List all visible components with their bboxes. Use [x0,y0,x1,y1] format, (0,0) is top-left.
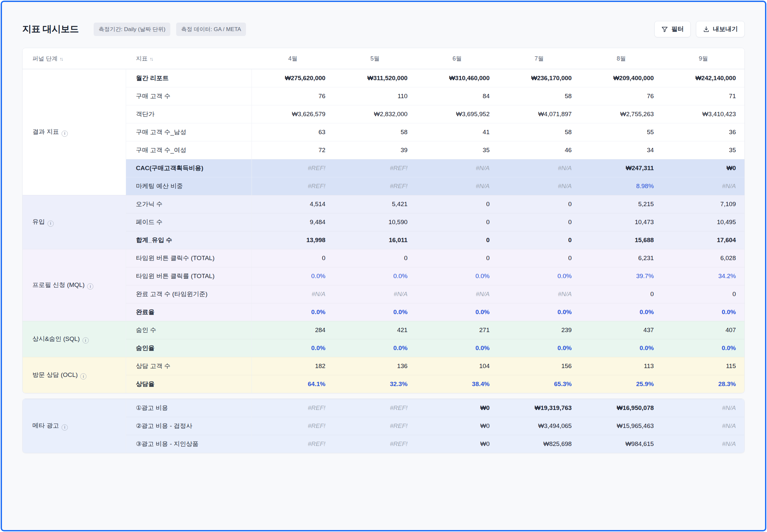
table-row: ②광고 비용 - 검정사#REF!#REF!₩0₩3,494,065₩15,96… [23,417,744,435]
value-cell: 6,028 [662,249,744,267]
table-row: 방문 상담 (OCL)i상담 고객 수182136104156113115 [23,357,744,375]
value-cell: #REF! [334,417,416,435]
value-cell: 36 [662,123,744,141]
funnel-stage-label: 프로필 신청 (MQL) [32,281,84,288]
value-cell: 0.0% [334,303,416,321]
value-cell: 10,495 [662,213,744,231]
metric-name: ③광고 비용 - 지인상품 [126,435,252,453]
value-cell: 15,688 [580,231,663,249]
value-cell: 5,421 [334,195,416,213]
funnel-stage-label: 메타 광고 [32,422,59,429]
table-row: 프로필 신청 (MQL)i타임윈 버튼 클릭수 (TOTAL)00006,231… [23,249,744,267]
value-cell: 0.0% [334,339,416,357]
metric-name: 상담 고객 수 [126,357,252,375]
value-cell: 0.0% [498,303,580,321]
column-header-funnel[interactable]: 퍼널 단계↑↓ [23,48,126,69]
info-icon[interactable]: i [80,373,86,380]
value-cell: 0 [498,213,580,231]
value-cell: 17,604 [662,231,744,249]
metric-name: ①광고 비용 [126,399,252,417]
metrics-table-card: 퍼널 단계↑↓ 지표↑↓ 4월5월6월7월8월9월 결과 지표i월간 리포트₩2… [22,48,745,393]
metric-name: 오가닉 수 [126,195,252,213]
value-cell: 46 [498,141,580,159]
table-row: 구매 고객 수7611084587671 [23,87,744,105]
value-cell: 10,590 [334,213,416,231]
value-cell: ₩3,695,952 [416,105,498,123]
info-icon[interactable]: i [82,337,89,344]
value-cell: 0.0% [252,303,334,321]
metric-name: CAC(구매고객획득비용) [126,159,252,177]
table-header-row: 퍼널 단계↑↓ 지표↑↓ 4월5월6월7월8월9월 [23,48,744,69]
funnel-stage-label: 유입 [32,218,45,225]
funnel-section: 유입i오가닉 수4,5145,421005,2157,109페이드 수9,484… [23,195,744,249]
value-cell: 25.9% [580,375,663,393]
sort-icon[interactable]: ↑↓ [60,56,62,62]
metric-name: 상담율 [126,375,252,393]
value-cell: #N/A [662,435,744,453]
value-cell: 271 [416,321,498,339]
table-row: 상시&숨인 (SQL)i숨인 수284421271239437407 [23,321,744,339]
value-cell: 0 [416,195,498,213]
value-cell: 76 [580,87,663,105]
metric-name: ②광고 비용 - 검정사 [126,417,252,435]
value-cell: ₩0 [416,399,498,417]
value-cell: 55 [580,123,663,141]
page-title: 지표 대시보드 [22,23,79,35]
funnel-stage-label: 결과 지표 [32,128,59,135]
value-cell: 0.0% [252,339,334,357]
funnel-stage-cell: 상시&숨인 (SQL)i [23,321,126,357]
metric-name: 합계_유입 수 [126,231,252,249]
table-row: 구매 고객 수_여성723935463435 [23,141,744,159]
funnel-stage-label: 방문 상담 (OCL) [32,371,78,378]
value-cell: #N/A [662,417,744,435]
table-row: 마케팅 예산 비중#REF!#REF!#N/A#N/A8.98%#N/A [23,177,744,195]
value-cell: 0.0% [662,303,744,321]
value-cell: ₩3,494,065 [498,417,580,435]
value-cell: 0 [498,249,580,267]
info-icon[interactable]: i [47,221,54,227]
table-row: 메타 광고i①광고 비용#REF!#REF!₩0₩19,319,763₩16,9… [23,399,744,417]
funnel-stage-cell: 결과 지표i [23,69,126,195]
funnel-icon [661,26,668,33]
table-row: 결과 지표i월간 리포트₩275,620,000₩311,520,000₩310… [23,69,744,87]
funnel-stage-cell: 메타 광고i [23,399,126,453]
value-cell: 35 [662,141,744,159]
value-cell: ₩0 [662,159,744,177]
metric-name: 객단가 [126,105,252,123]
funnel-stage-cell: 프로필 신청 (MQL)i [23,249,126,321]
info-icon[interactable]: i [87,283,93,290]
table-row: 합계_유입 수13,99816,0110015,68817,604 [23,231,744,249]
info-icon[interactable]: i [62,424,68,431]
value-cell: #N/A [416,285,498,303]
value-cell: 284 [252,321,334,339]
column-header-month: 4월 [252,48,334,69]
column-header-metric[interactable]: 지표↑↓ [126,48,252,69]
column-header-funnel-label: 퍼널 단계 [32,55,58,62]
value-cell: 6,231 [580,249,663,267]
value-cell: 0.0% [580,303,663,321]
value-cell: 32.3% [334,375,416,393]
metrics-table: 퍼널 단계↑↓ 지표↑↓ 4월5월6월7월8월9월 결과 지표i월간 리포트₩2… [23,48,744,393]
value-cell: 41 [416,123,498,141]
value-cell: 63 [252,123,334,141]
funnel-stage-label: 상시&숨인 (SQL) [32,335,80,342]
metric-name: 타임윈 버튼 클릭수 (TOTAL) [126,249,252,267]
value-cell: 28.3% [662,375,744,393]
value-cell: 0.0% [416,339,498,357]
metric-name: 구매 고객 수_남성 [126,123,252,141]
value-cell: 84 [416,87,498,105]
value-cell: ₩0 [416,417,498,435]
value-cell: 0.0% [498,267,580,285]
export-button[interactable]: 내보내기 [696,21,745,37]
value-cell: 421 [334,321,416,339]
metric-name: 마케팅 예산 비중 [126,177,252,195]
table-row: 숨인율0.0%0.0%0.0%0.0%0.0%0.0% [23,339,744,357]
value-cell: 39.7% [580,267,663,285]
filter-button[interactable]: 필터 [654,21,691,37]
metric-name: 타임윈 버튼 클릭률 (TOTAL) [126,267,252,285]
action-buttons: 필터 내보내기 [654,21,745,37]
value-cell: #REF! [334,435,416,453]
info-icon[interactable]: i [62,131,68,137]
value-cell: ₩236,170,000 [498,69,580,87]
sort-icon[interactable]: ↑↓ [150,56,152,62]
